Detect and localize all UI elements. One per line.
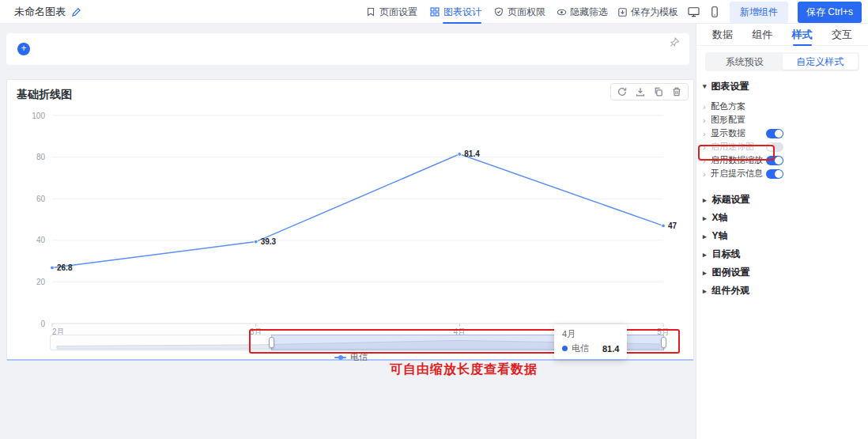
section-label: 标题设置 [712, 193, 750, 206]
refresh-icon[interactable] [617, 87, 627, 97]
tab-chart-design[interactable]: 图表设计 [430, 0, 481, 24]
toggle-show-data[interactable] [766, 129, 783, 138]
chevron-right-icon: › [703, 102, 711, 112]
add-component-button[interactable]: 新增组件 [730, 2, 788, 23]
chart-design-icon [430, 7, 440, 17]
section-target-line[interactable]: ▸ 目标线 [703, 245, 868, 263]
section-label: 组件外观 [712, 284, 750, 297]
collapsed-sections: ▸ 标题设置 ▸ X轴 ▸ Y轴 ▸ 目标线 ▸ 图例设置 [703, 191, 868, 300]
section-y-axis[interactable]: ▸ Y轴 [703, 227, 868, 245]
topbar-tabs: 页面设置 图表设计 页面权限 [366, 0, 545, 24]
desktop-preview-button[interactable] [688, 6, 700, 17]
canvas: + 基础折线图 0204060801002月 [0, 24, 696, 439]
svg-text:40: 40 [36, 236, 46, 244]
setting-show-data[interactable]: › 显示数据 [703, 127, 783, 140]
section-label: 图例设置 [712, 266, 750, 279]
page-title: 未命名图表 [14, 5, 66, 19]
tab-style[interactable]: 样式 [792, 24, 813, 46]
mobile-preview-button[interactable] [709, 6, 720, 17]
datazoom-handle-left[interactable] [269, 337, 274, 348]
chevron-right-icon: › [703, 169, 711, 179]
copy-icon[interactable] [654, 87, 663, 97]
caret-right-icon: ▸ [703, 251, 707, 259]
topbar: 未命名图表 页面设置 图表设计 [0, 0, 868, 24]
tab-page-settings[interactable]: 页面设置 [366, 0, 417, 24]
chevron-right-icon: › [703, 129, 711, 138]
setting-enable-minichart[interactable]: › 启用迷你图 [703, 140, 783, 153]
tooltip-series: 电信 [572, 342, 589, 354]
chevron-right-icon: › [703, 156, 711, 165]
topbar-left: 未命名图表 [14, 0, 81, 24]
custom-style-tab[interactable]: 自定义样式 [783, 54, 859, 70]
tab-data[interactable]: 数据 [712, 24, 733, 46]
section-label: Y轴 [712, 229, 728, 243]
section-x-axis[interactable]: ▸ X轴 [703, 209, 868, 227]
svg-text:26.8: 26.8 [57, 263, 73, 272]
bookmark-icon [366, 7, 376, 17]
style-mode-switch: 系统预设 自定义样式 [705, 52, 859, 71]
setting-color-scheme[interactable]: › 配色方案 [703, 100, 783, 113]
chart-tooltip: 4月 电信 81.4 [554, 324, 627, 359]
caret-right-icon: ▸ [703, 269, 707, 277]
filter-bar: + [6, 33, 689, 65]
section-label: 图表设置 [711, 80, 749, 93]
section-title-settings[interactable]: ▸ 标题设置 [703, 191, 868, 209]
save-button[interactable]: 保存 Ctrl+s [798, 2, 862, 23]
section-legend-settings[interactable]: ▸ 图例设置 [703, 263, 868, 282]
section-chart-settings[interactable]: ▾ 图表设置 [703, 79, 868, 93]
hide-filter-button[interactable]: 隐藏筛选 [557, 6, 608, 19]
legend-label: 电信 [350, 351, 368, 363]
setting-enable-datazoom[interactable]: › 启用数据缩放 [703, 153, 783, 167]
series-dot-icon [562, 346, 568, 351]
section-component-appearance[interactable]: ▸ 组件外观 [703, 282, 868, 300]
tooltip-value: 81.4 [602, 344, 619, 354]
edit-title-icon[interactable] [71, 7, 81, 17]
caret-down-icon: ▾ [703, 82, 707, 90]
legend-item-telecom[interactable]: 电信 [334, 351, 368, 363]
delete-icon[interactable] [672, 87, 681, 97]
system-preset-tab[interactable]: 系统预设 [707, 54, 783, 70]
tab-label: 页面权限 [508, 6, 545, 19]
add-filter-button[interactable]: + [17, 43, 30, 55]
chevron-right-icon: › [703, 115, 711, 125]
legend-marker-icon [334, 357, 346, 358]
svg-text:39.3: 39.3 [261, 237, 277, 246]
template-icon [617, 7, 628, 17]
shield-icon [494, 7, 504, 17]
settings-panel: 数据 组件 样式 交互 系统预设 自定义样式 ▾ 图表设置 › 配色方案 › 图… [696, 24, 868, 439]
hide-filter-label: 隐藏筛选 [570, 6, 608, 19]
toggle-enable-datazoom[interactable] [766, 156, 783, 165]
save-as-template-label: 保存为模板 [631, 6, 678, 19]
save-as-template-button[interactable]: 保存为模板 [617, 6, 678, 19]
pin-icon[interactable] [670, 37, 680, 47]
svg-text:60: 60 [36, 195, 46, 203]
download-icon[interactable] [636, 87, 645, 97]
tab-label: 页面设置 [379, 6, 417, 19]
tab-component[interactable]: 组件 [752, 24, 772, 46]
svg-text:47: 47 [668, 221, 677, 230]
annotation-text: 可自由缩放长度查看数据 [248, 361, 679, 378]
chart-card[interactable]: 基础折线图 0204060801002月3月4月5月26.839.381.447 [6, 79, 694, 361]
topbar-right: 隐藏筛选 保存为模板 新增组件 保存 Ctrl+s [557, 0, 862, 24]
tab-label: 图表设计 [443, 6, 481, 19]
datazoom-handle-right[interactable] [661, 337, 666, 348]
tab-interaction[interactable]: 交互 [832, 24, 852, 46]
svg-text:20: 20 [36, 278, 46, 286]
svg-text:100: 100 [32, 112, 45, 120]
chevron-right-icon: › [703, 142, 711, 152]
panel-tabs: 数据 组件 样式 交互 [696, 24, 868, 46]
setting-graphic-config[interactable]: › 图形配置 [703, 113, 783, 127]
section-label: 目标线 [712, 248, 741, 261]
tab-page-permissions[interactable]: 页面权限 [494, 0, 545, 24]
eye-icon [557, 7, 567, 17]
setting-enable-tooltip[interactable]: › 开启提示信息 [703, 167, 783, 180]
caret-right-icon: ▸ [703, 233, 707, 240]
chart-title: 基础折线图 [17, 88, 72, 102]
caret-right-icon: ▸ [703, 287, 707, 295]
toggle-enable-tooltip[interactable] [766, 169, 783, 179]
chart-toolbar [610, 83, 689, 100]
caret-right-icon: ▸ [703, 196, 707, 204]
svg-text:81.4: 81.4 [464, 149, 480, 158]
toggle-enable-minichart[interactable] [766, 142, 783, 152]
section-label: X轴 [712, 211, 728, 225]
